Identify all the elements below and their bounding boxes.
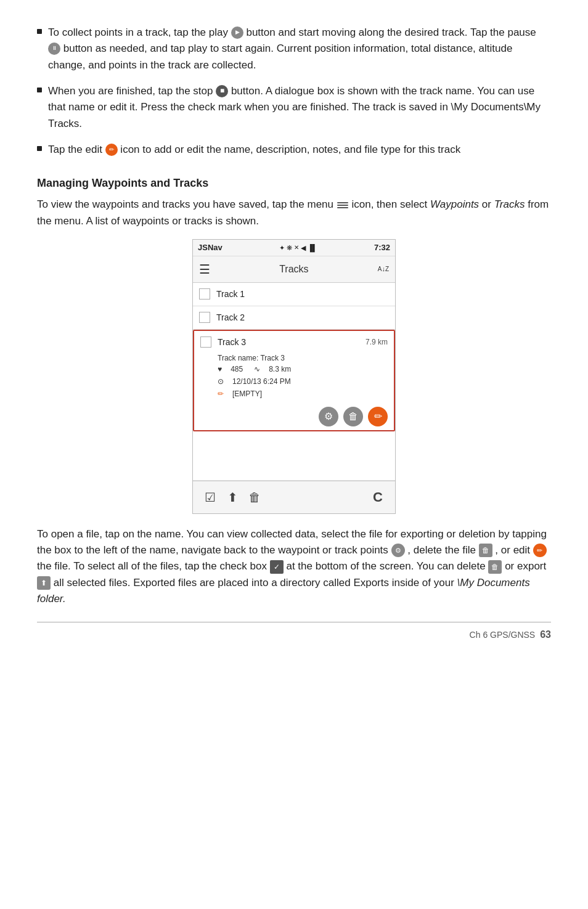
status-time: 7:32 [374,242,390,254]
bullet-text-3: Tap the edit icon to add or edit the nam… [48,142,551,158]
play-icon [231,26,243,39]
body-text-7: all selected files. Exported files are p… [54,577,454,589]
section-intro: To view the waypoints and tracks you hav… [37,197,551,229]
track-3-notes: [EMPTY] [232,388,262,399]
bullet-text-2: When you are finished, tap the stop butt… [48,83,551,132]
track-1-checkbox[interactable] [199,288,210,300]
chapter-label: Ch 6 GPS/GNSS [470,629,536,642]
track-3-datetime-row: ⊙ 12/10/13 6:24 PM [218,376,388,387]
edit-icon-inline2: ✏ [533,544,547,557]
clock-icon: ⊙ [218,376,224,387]
bottom-toolbar: ☑ ⬆ 🗑 C [193,481,395,513]
waypoints-italic: Waypoints [430,198,479,210]
section-heading: Managing Waypoints and Tracks [37,175,551,192]
bullet-list: To collect points in a track, tap the pl… [37,25,551,158]
page-number: 63 [540,627,551,642]
page-footer: Ch 6 GPS/GNSS 63 [37,627,551,642]
sort-button[interactable]: A ↓ Z [378,264,389,274]
battery-icon: ▐▌ [308,243,317,253]
bullet-dot-3 [37,146,42,151]
checkbox-icon-inline: ✓ [270,560,284,574]
signal-icon: ✦ [279,243,285,253]
track-3-top-row: Track 3 7.9 km [194,331,394,351]
bullet-item-2: When you are finished, tap the stop butt… [37,83,551,132]
delete-action-button[interactable]: 🗑 [343,407,363,426]
hamburger-menu-icon[interactable]: ☰ [199,260,210,279]
tracks-italic: Tracks [494,198,525,210]
track-3-notes-row: ✏ [EMPTY] [218,388,388,399]
track-3-fullname: Track name: Track 3 [218,353,388,364]
sound-icon: ◀ [301,243,306,253]
x-icon: ✕ [294,243,299,252]
phone-screenshot: JSNav ✦ ❋ ✕ ◀ ▐▌ 7:32 ☰ Tracks A ↓ Z [192,239,396,514]
section-intro-text: To view the waypoints and tracks you hav… [37,198,333,210]
delete-icon-inline: 🗑 [479,544,492,557]
navigate-icon-inline: ⚙ [391,544,405,557]
bullet-dot-2 [37,88,42,92]
altitude-value: 485 [231,364,243,375]
app-header: ☰ Tracks A ↓ Z [193,256,395,283]
track-1-name: Track 1 [216,288,245,301]
distance-value: 8.3 km [269,364,291,375]
header-title: Tracks [279,262,308,277]
track-3-details: Track name: Track 3 ♥ 485 ∿ 8.3 km ⊙ 12/… [194,351,394,404]
edit-notes-icon: ✏ [218,388,224,399]
altitude-icon: ♥ [218,364,222,375]
content-area: To collect points in a track, tap the pl… [37,25,551,642]
bullet-dot-1 [37,29,42,34]
track-item-3-expanded[interactable]: Track 3 7.9 km Track name: Track 3 ♥ 485… [193,330,395,431]
export-icon-inline: ⬆ [37,576,51,590]
wifi-icon: ❋ [287,243,292,253]
edit-icon-inline [105,144,118,156]
refresh-button[interactable]: C [367,486,389,508]
body-text-4: the file. To select all of the files, ta… [37,560,267,572]
pause-icon [48,43,60,55]
select-all-button[interactable]: ☑ [199,486,221,508]
delete-icon-inline2: 🗑 [488,560,502,574]
track-list: Track 1 Track 2 Track 3 7.9 km Track nam… [193,283,395,481]
edit-action-button[interactable]: ✏ [368,407,388,426]
body-text-3: , or edit [495,544,530,556]
bullet-item-3: Tap the edit icon to add or edit the nam… [37,142,551,158]
track-3-stats: ♥ 485 ∿ 8.3 km [218,364,388,375]
body-text-6: or export [505,560,546,572]
bullet-item-1: To collect points in a track, tap the pl… [37,25,551,73]
menu-icon-inline [337,200,348,210]
body-text-5: at the bottom of the screen. You can del… [286,560,485,572]
delete-all-button[interactable]: 🗑 [243,486,266,508]
distance-wavy-icon: ∿ [254,364,260,375]
track-item-1[interactable]: Track 1 [193,283,395,306]
track-3-checkbox[interactable] [200,336,211,348]
track-3-name: Track 3 [218,336,246,349]
track-2-name: Track 2 [216,311,245,324]
export-button[interactable]: ⬆ [221,486,243,508]
track-3-distance: 7.9 km [365,336,388,348]
status-bar: JSNav ✦ ❋ ✕ ◀ ▐▌ 7:32 [193,240,395,256]
track-3-action-bar: ⚙ 🗑 ✏ [194,404,394,430]
bullet-text-1: To collect points in a track, tap the pl… [48,25,551,73]
stop-icon [216,85,228,97]
app-name-label: JSNav [198,242,223,254]
track-item-2[interactable]: Track 2 [193,306,395,330]
empty-track-area [193,431,395,481]
track-3-datetime: 12/10/13 6:24 PM [232,376,291,387]
status-icons: ✦ ❋ ✕ ◀ ▐▌ [279,243,317,253]
horizontal-rule [37,622,551,622]
settings-action-button[interactable]: ⚙ [319,407,338,426]
body-text-2: , delete the file [407,544,476,556]
track-2-checkbox[interactable] [199,312,210,323]
body-paragraph: To open a file, tap on the name. You can… [37,526,551,608]
